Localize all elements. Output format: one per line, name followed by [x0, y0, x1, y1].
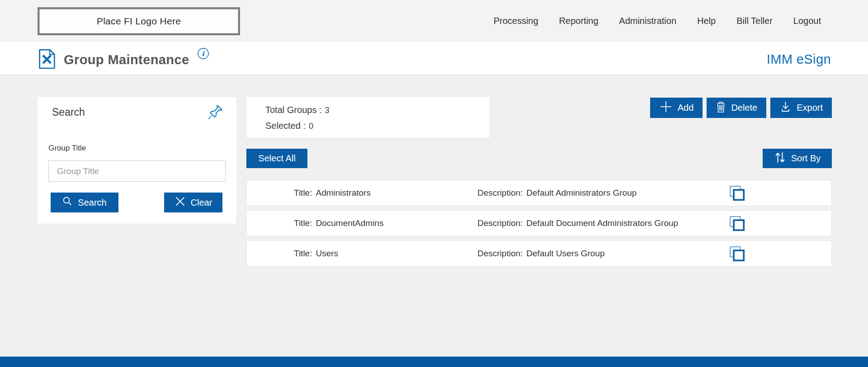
main-nav: Processing Reporting Administration Help…: [494, 0, 821, 42]
nav-item-reporting[interactable]: Reporting: [559, 16, 599, 26]
group-title-value: DocumentAdmins: [316, 218, 383, 228]
title-label: Title:: [294, 218, 312, 228]
group-title-input[interactable]: [48, 160, 226, 182]
clear-button-label: Clear: [191, 198, 212, 208]
pin-panel-button[interactable]: [207, 103, 225, 122]
total-groups-label: Total Groups :: [265, 105, 322, 115]
nav-item-processing[interactable]: Processing: [494, 16, 538, 26]
info-button[interactable]: i: [197, 47, 209, 60]
groups-list: Title: Administrators Description: Defau…: [246, 180, 832, 271]
description-label: Description:: [477, 249, 523, 259]
nav-item-help[interactable]: Help: [697, 16, 716, 26]
page-title: Group Maintenance: [64, 52, 189, 67]
info-circle-icon: i: [197, 54, 209, 61]
group-description-value: Default Document Administrators Group: [526, 218, 678, 228]
group-title-label: Group Title: [48, 144, 86, 153]
title-label: Title:: [294, 188, 312, 198]
groups-summary-card: Total Groups :3 Selected :0: [246, 97, 490, 138]
sort-arrows-icon: [774, 151, 786, 166]
group-row-users[interactable]: Title: Users Description: Default Users …: [246, 240, 832, 267]
nav-item-user-bill-teller[interactable]: Bill Teller: [736, 16, 773, 26]
group-maintenance-page: Place FI Logo Here Processing Reporting …: [0, 0, 868, 367]
trash-icon: [716, 101, 726, 115]
add-button-label: Add: [678, 103, 694, 113]
search-icon: [62, 196, 73, 209]
group-title-value: Administrators: [316, 188, 370, 198]
export-button[interactable]: Export: [770, 98, 832, 118]
select-all-button[interactable]: Select All: [246, 149, 307, 168]
page-title-group: Group Maintenance i: [38, 49, 209, 70]
row-title-cell: Title: Administrators: [294, 180, 371, 206]
add-button[interactable]: Add: [650, 98, 703, 118]
description-label: Description:: [477, 188, 523, 198]
top-navigation-bar: Place FI Logo Here Processing Reporting …: [0, 0, 868, 42]
selected-value: 0: [309, 122, 313, 131]
copy-group-button[interactable]: [729, 185, 746, 202]
selected-line: Selected :0: [265, 121, 313, 131]
nav-item-logout[interactable]: Logout: [793, 16, 821, 26]
download-icon: [779, 101, 792, 115]
selected-label: Selected :: [265, 121, 306, 131]
total-groups-line: Total Groups :3: [265, 105, 330, 115]
copy-group-button[interactable]: [729, 245, 746, 263]
clear-x-icon: [175, 196, 186, 209]
document-tools-icon: [38, 49, 56, 71]
footer-bar: [0, 357, 868, 367]
delete-button-label: Delete: [731, 103, 757, 113]
pushpin-icon: [207, 116, 225, 123]
row-title-cell: Title: DocumentAdmins: [294, 211, 383, 236]
search-panel-title: Search: [52, 106, 85, 118]
sort-by-button-label: Sort By: [791, 153, 821, 164]
group-title-value: Users: [316, 249, 338, 259]
search-panel: Search Group Title Search: [38, 97, 236, 224]
search-button-label: Search: [78, 198, 106, 208]
title-label: Title:: [294, 249, 312, 259]
fi-logo-placeholder: Place FI Logo Here: [38, 7, 240, 35]
copy-icon: [729, 257, 746, 264]
clear-button[interactable]: Clear: [164, 193, 222, 212]
toolbar-actions: Add Delete: [650, 98, 832, 118]
export-button-label: Export: [797, 103, 823, 113]
group-description-value: Default Users Group: [526, 249, 604, 259]
copy-icon: [729, 227, 746, 234]
total-groups-value: 3: [325, 106, 330, 115]
search-button[interactable]: Search: [51, 193, 118, 212]
row-description-cell: Description: Default Document Administra…: [477, 211, 678, 236]
group-description-value: Default Administrators Group: [526, 188, 637, 198]
svg-text:i: i: [202, 50, 205, 58]
nav-item-administration[interactable]: Administration: [619, 16, 676, 26]
sort-by-button[interactable]: Sort By: [763, 149, 832, 168]
group-row-documentadmins[interactable]: Title: DocumentAdmins Description: Defau…: [246, 210, 832, 236]
row-title-cell: Title: Users: [294, 241, 338, 266]
row-description-cell: Description: Default Users Group: [477, 241, 605, 266]
delete-button[interactable]: Delete: [707, 98, 766, 118]
brand-imm-esign: IMM eSign: [767, 52, 831, 67]
copy-icon: [729, 197, 746, 203]
copy-group-button[interactable]: [729, 215, 746, 232]
group-row-administrators[interactable]: Title: Administrators Description: Defau…: [246, 180, 832, 206]
select-all-button-label: Select All: [258, 153, 295, 164]
row-description-cell: Description: Default Administrators Grou…: [477, 180, 637, 206]
fi-logo-text: Place FI Logo Here: [97, 16, 181, 27]
plus-icon: [659, 100, 673, 116]
page-header: Group Maintenance i IMM eSign: [0, 42, 868, 75]
description-label: Description:: [477, 218, 523, 228]
